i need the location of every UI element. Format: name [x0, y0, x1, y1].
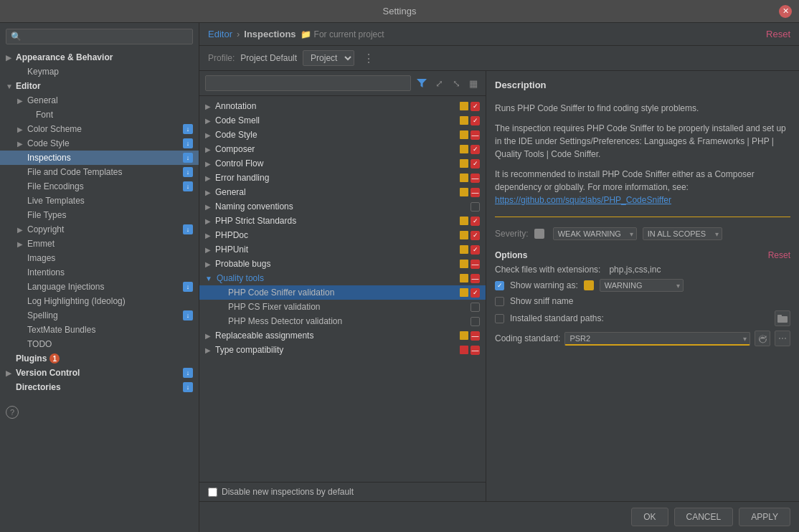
inspection-group-general[interactable]: ▶ General —: [199, 185, 486, 199]
sidebar-item-inspections[interactable]: Inspections ↓: [0, 151, 199, 165]
sidebar-item-language-injections[interactable]: Language Injections ↓: [0, 280, 199, 294]
group-checkbox[interactable]: [471, 231, 480, 240]
sidebar-item-label: File Types: [27, 210, 66, 220]
inspection-item-php-cs-fixer[interactable]: PHP CS Fixer validation: [199, 300, 486, 314]
inspection-group-code-style[interactable]: ▶ Code Style —: [199, 128, 486, 142]
inspection-group-php-strict[interactable]: ▶ PHP Strict Standards: [199, 214, 486, 228]
folder-button[interactable]: [775, 310, 790, 326]
inspection-group-type-compat[interactable]: ▶ Type compatibility —: [199, 343, 486, 357]
sidebar-item-version-control[interactable]: ▶ Version Control ↓: [0, 366, 199, 380]
group-label: Code Smell: [215, 115, 260, 125]
options-reset[interactable]: Reset: [768, 250, 790, 260]
sidebar-item-file-encodings[interactable]: File Encodings ↓: [0, 179, 199, 194]
breadcrumb: Editor › Inspections 📁 For current proje…: [208, 29, 384, 39]
sidebar-item-file-code-templates[interactable]: File and Code Templates ↓: [0, 165, 199, 179]
sidebar-item-keymap[interactable]: Keymap: [0, 65, 199, 79]
sidebar-item-emmet[interactable]: ▶ Emmet: [0, 237, 199, 251]
severity-select[interactable]: WEAK WARNING WARNING ERROR INFO: [553, 227, 637, 240]
group-label: Code Style: [215, 130, 257, 140]
inspection-group-phpunit[interactable]: ▶ PHPUnit: [199, 242, 486, 257]
sidebar-item-live-templates[interactable]: Live Templates: [0, 194, 199, 208]
inspection-group-composer[interactable]: ▶ Composer: [199, 142, 486, 156]
sidebar-search-input[interactable]: [6, 29, 193, 44]
disable-inspections-checkbox-label[interactable]: Disable new inspections by default: [208, 487, 354, 497]
sidebar-item-directories[interactable]: Directories ↓: [0, 380, 199, 394]
coding-standard-row: Coding standard: PSR2 PSR1 PEAR Zend PHP…: [495, 331, 790, 346]
group-checkbox[interactable]: [471, 202, 480, 212]
inspection-group-annotation[interactable]: ▶ Annotation: [199, 99, 486, 113]
expand-icon[interactable]: ⤢: [432, 77, 445, 90]
disable-inspections-checkbox[interactable]: [208, 488, 217, 497]
group-icon[interactable]: ▦: [467, 77, 480, 90]
sidebar-item-intentions[interactable]: Intentions: [0, 265, 199, 280]
group-label: Composer: [215, 144, 255, 154]
help-button[interactable]: ?: [6, 406, 19, 419]
inspection-group-code-smell[interactable]: ▶ Code Smell: [199, 113, 486, 128]
inspection-group-probable-bugs[interactable]: ▶ Probable bugs —: [199, 257, 486, 271]
installed-paths-checkbox[interactable]: [495, 314, 504, 323]
sidebar-item-code-style[interactable]: ▶ Code Style ↓: [0, 136, 199, 151]
coding-standard-label: Coding standard:: [495, 333, 560, 343]
warning-select[interactable]: WARNING ERROR WEAK WARNING: [600, 279, 684, 292]
group-checkbox[interactable]: —: [471, 331, 480, 341]
sidebar-item-copyright[interactable]: ▶ Copyright ↓: [0, 222, 199, 237]
profile-select[interactable]: Project: [303, 50, 354, 66]
inspections-search-input[interactable]: [205, 75, 411, 91]
inspection-group-error-handling[interactable]: ▶ Error handling —: [199, 171, 486, 185]
severity-dot: [460, 159, 468, 168]
reset-button[interactable]: Reset: [766, 29, 790, 39]
sidebar-item-font[interactable]: Font: [0, 108, 199, 122]
sidebar-item-color-scheme[interactable]: ▶ Color Scheme ↓: [0, 122, 199, 136]
group-checkbox[interactable]: —: [471, 260, 480, 269]
group-checkbox[interactable]: —: [471, 274, 480, 283]
refresh-button[interactable]: [755, 331, 770, 346]
sidebar-item-images[interactable]: Images: [0, 251, 199, 265]
more-options-button[interactable]: ⋯: [775, 331, 790, 346]
group-checkbox[interactable]: [471, 145, 480, 154]
close-button[interactable]: ✕: [779, 5, 792, 18]
description-link[interactable]: https://github.com/squizlabs/PHP_CodeSni…: [495, 195, 671, 205]
item-checkbox[interactable]: [471, 303, 480, 312]
sidebar-item-todo[interactable]: TODO: [0, 337, 199, 351]
sidebar-item-spelling[interactable]: Spelling ↓: [0, 308, 199, 323]
sidebar-item-label: Emmet: [27, 239, 55, 249]
ok-button[interactable]: OK: [631, 508, 668, 526]
item-checkbox[interactable]: [471, 288, 480, 298]
breadcrumb-editor[interactable]: Editor: [208, 29, 232, 39]
show-warning-checkbox[interactable]: [495, 281, 504, 290]
group-checkbox[interactable]: —: [471, 346, 480, 355]
warning-select-wrap: WARNING ERROR WEAK WARNING: [600, 279, 684, 292]
sidebar-item-textmate-bundles[interactable]: TextMate Bundles: [0, 323, 199, 337]
inspection-group-control-flow[interactable]: ▶ Control Flow: [199, 156, 486, 171]
group-checkbox[interactable]: [471, 159, 480, 168]
group-label: Control Flow: [215, 158, 263, 168]
profile-dots[interactable]: ⋮: [363, 52, 374, 65]
group-checkbox[interactable]: —: [471, 188, 480, 197]
inspection-item-php-mess-detector[interactable]: PHP Mess Detector validation: [199, 314, 486, 328]
group-checkbox[interactable]: [471, 217, 480, 226]
coding-standard-select[interactable]: PSR2 PSR1 PEAR Zend PHPCS MySource: [564, 332, 750, 346]
group-checkbox[interactable]: —: [471, 130, 480, 140]
inspection-item-php-code-sniffer[interactable]: PHP Code Sniffer validation: [199, 285, 486, 300]
item-checkbox[interactable]: [471, 317, 480, 326]
sidebar-item-log-highlighting[interactable]: Log Highlighting (Ideolog): [0, 294, 199, 308]
inspection-group-replaceable[interactable]: ▶ Replaceable assignments —: [199, 328, 486, 343]
group-checkbox[interactable]: [471, 116, 480, 125]
sidebar-item-general[interactable]: ▶ General: [0, 93, 199, 108]
inspection-group-quality-tools[interactable]: ▼ Quality tools —: [199, 271, 486, 285]
scope-select[interactable]: IN ALL SCOPES: [643, 227, 722, 240]
group-checkbox[interactable]: —: [471, 174, 480, 183]
inspection-group-naming-conventions[interactable]: ▶ Naming conventions: [199, 199, 486, 214]
sidebar-item-editor[interactable]: ▼ Editor: [0, 79, 199, 93]
collapse-icon[interactable]: ⤡: [450, 77, 463, 90]
sidebar-item-file-types[interactable]: File Types: [0, 208, 199, 222]
inspection-group-phpdoc[interactable]: ▶ PHPDoc: [199, 228, 486, 242]
show-sniff-checkbox[interactable]: [495, 297, 504, 306]
group-checkbox[interactable]: [471, 102, 480, 111]
group-checkbox[interactable]: [471, 245, 480, 255]
apply-button[interactable]: APPLY: [739, 508, 790, 526]
sidebar-item-appearance[interactable]: ▶ Appearance & Behavior: [0, 50, 199, 65]
filter-icon[interactable]: [415, 77, 428, 90]
sidebar-item-plugins[interactable]: Plugins 1: [0, 351, 199, 366]
cancel-button[interactable]: CANCEL: [674, 508, 734, 526]
